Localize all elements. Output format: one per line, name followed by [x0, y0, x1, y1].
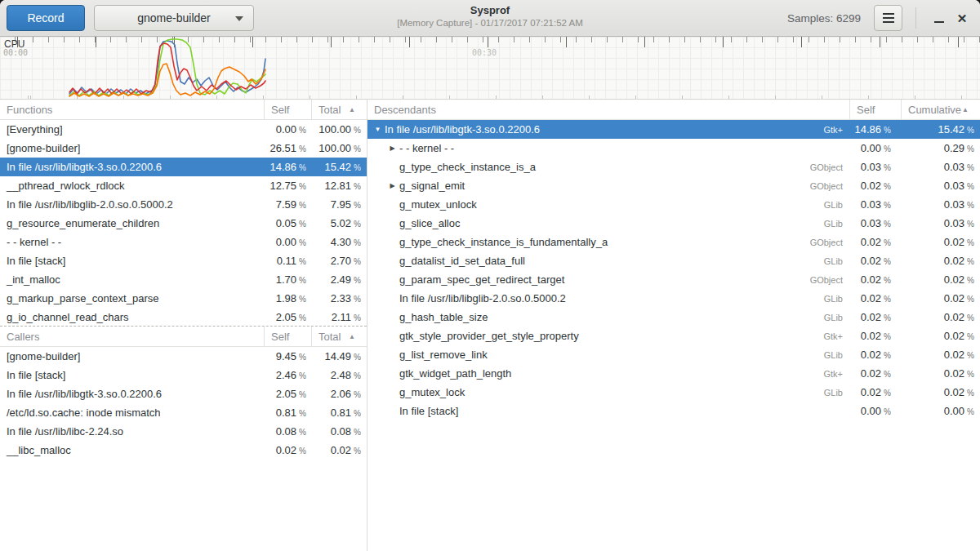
functions-self-column-header[interactable]: Self [264, 100, 311, 119]
callers-total-column-header[interactable]: Total ▲ [311, 327, 367, 346]
tree-row[interactable]: ▶ g_signal_emit GObject 0.02% 0.03% [368, 176, 980, 195]
tree-row[interactable]: g_mutex_unlock GLib 0.03% 0.03% [368, 195, 980, 214]
functions-table-header: Functions Self Total ▲ [0, 100, 367, 120]
tree-row[interactable]: gtk_widget_path_length Gtk+ 0.02% 0.02% [368, 364, 980, 383]
total-value: 2.48% [311, 369, 367, 381]
tree-row[interactable]: g_datalist_id_set_data_full GLib 0.02% 0… [368, 251, 980, 270]
tree-row[interactable]: g_type_check_instance_is_fundamentally_a… [368, 233, 980, 251]
descendant-name-cell: g_mutex_unlock GLib [368, 198, 849, 211]
sort-ascending-icon: ▲ [349, 333, 355, 340]
tree-row[interactable]: In file /usr/lib/libglib-2.0.so.0.5000.2… [368, 289, 980, 308]
library-category-badge: GObject [810, 162, 849, 172]
table-row[interactable]: - - kernel - - 0.00% 4.30% [0, 233, 367, 251]
table-row[interactable]: [gnome-builder] 26.51% 100.00% [0, 139, 367, 158]
cumulative-value: 0.02% [901, 255, 980, 267]
self-value: 1.70% [264, 273, 311, 286]
tree-row[interactable]: g_param_spec_get_redirect_target GObject… [368, 270, 980, 289]
descendant-name-cell: g_type_check_instance_is_fundamentally_a… [368, 236, 849, 248]
tree-row[interactable]: ▶ - - kernel - - 0.00% 0.29% [368, 139, 980, 158]
library-category-badge: GObject [810, 238, 849, 247]
self-value: 2.05% [264, 311, 311, 323]
descendant-name-cell: g_param_spec_get_redirect_target GObject [368, 273, 849, 286]
descendant-name: - - kernel - - [399, 142, 454, 154]
functions-total-column-header[interactable]: Total ▲ [311, 100, 367, 119]
table-row[interactable]: /etc/ld.so.cache: inode mismatch 0.81% 0… [0, 403, 367, 422]
expander-icon[interactable]: ▼ [371, 126, 385, 133]
left-pane-empty-area [0, 460, 367, 551]
table-row[interactable]: g_markup_parse_context_parse 1.98% 2.33% [0, 289, 367, 308]
tree-row[interactable]: In file [stack] 0.00% 0.00% [368, 402, 980, 420]
cumulative-value: 0.02% [901, 273, 980, 286]
tree-row[interactable]: ▼ In file /usr/lib/libgtk-3.so.0.2200.6 … [368, 120, 980, 139]
table-row[interactable]: g_io_channel_read_chars 2.05% 2.11% [0, 308, 367, 327]
table-row[interactable]: _int_malloc 1.70% 2.49% [0, 270, 367, 289]
table-row[interactable]: In file /usr/lib/libglib-2.0.so.0.5000.2… [0, 195, 367, 214]
cumulative-value: 0.29% [901, 142, 980, 154]
descendant-name-cell: ▶ - - kernel - - [368, 142, 849, 154]
table-row[interactable]: [Everything] 0.00% 100.00% [0, 120, 367, 139]
callers-table-header: Callers Self Total ▲ [0, 327, 367, 347]
cumulative-value: 0.02% [901, 236, 980, 248]
descendant-name: In file /usr/lib/libgtk-3.so.0.2200.6 [385, 123, 540, 136]
total-value: 0.81% [311, 407, 367, 419]
minimize-button[interactable] [928, 7, 951, 29]
self-value: 0.02% [849, 273, 901, 286]
sysprof-window: Record gnome-builder Sysprof [Memory Cap… [0, 0, 980, 551]
table-row[interactable]: __pthread_rwlock_rdlock 12.75% 12.81% [0, 176, 367, 195]
descendants-self-column-header[interactable]: Self [849, 100, 901, 119]
tree-row[interactable]: g_type_check_instance_is_a GObject 0.03%… [368, 158, 980, 176]
descendant-name: gtk_widget_path_length [399, 367, 511, 380]
descendant-name-cell: gtk_style_provider_get_style_property Gt… [368, 330, 849, 342]
tree-row[interactable]: g_hash_table_size GLib 0.02% 0.02% [368, 308, 980, 327]
tree-row[interactable]: g_list_remove_link GLib 0.02% 0.02% [368, 345, 980, 364]
pane-drag-handle[interactable] [0, 326, 367, 327]
descendant-name: g_param_spec_get_redirect_target [399, 273, 564, 286]
self-value: 0.02% [849, 367, 901, 380]
callers-self-column-header[interactable]: Self [264, 327, 311, 346]
table-row[interactable]: __libc_malloc 0.02% 0.02% [0, 441, 367, 460]
descendant-name-cell: g_slice_alloc GLib [368, 217, 849, 229]
total-value: 14.49% [311, 350, 367, 362]
expander-icon[interactable]: ▶ [385, 144, 399, 152]
table-row[interactable]: g_resource_enumerate_children 0.05% 5.02… [0, 214, 367, 233]
table-row[interactable]: [gnome-builder] 9.45% 14.49% [0, 347, 367, 366]
hamburger-menu-button[interactable] [874, 5, 902, 31]
record-button[interactable]: Record [7, 5, 85, 31]
caller-name: __libc_malloc [0, 444, 264, 456]
function-name: In file [stack] [0, 255, 264, 267]
table-row[interactable]: In file /usr/lib/libgtk-3.so.0.2200.6 2.… [0, 384, 367, 403]
headerbar-separator [915, 7, 916, 29]
descendant-name-cell: g_mutex_lock GLib [368, 386, 849, 398]
function-name: [Everything] [0, 123, 264, 136]
tree-row[interactable]: g_slice_alloc GLib 0.03% 0.03% [368, 214, 980, 233]
descendants-cumulative-column-header[interactable]: Cumulative ▲ [901, 100, 980, 119]
self-value: 2.46% [264, 369, 311, 381]
descendant-name: In file /usr/lib/libglib-2.0.so.0.5000.2 [399, 292, 566, 304]
callers-column-header[interactable]: Callers [0, 331, 264, 343]
cpu-timeline-graph[interactable]: CPU 00:00 00:30 [0, 37, 980, 100]
self-value: 0.00% [849, 142, 901, 154]
cumulative-header-label: Cumulative [908, 104, 961, 116]
descendant-name-cell: gtk_widget_path_length Gtk+ [368, 367, 849, 380]
library-category-badge: GLib [824, 350, 849, 360]
descendants-table-body: ▼ In file /usr/lib/libgtk-3.so.0.2200.6 … [368, 120, 980, 420]
self-value: 0.02% [849, 349, 901, 361]
self-value: 0.02% [849, 255, 901, 267]
expander-icon[interactable]: ▶ [385, 182, 399, 189]
tree-row[interactable]: gtk_style_provider_get_style_property Gt… [368, 327, 980, 345]
table-row[interactable]: In file /usr/lib/libgtk-3.so.0.2200.6 14… [0, 158, 367, 176]
table-row[interactable]: In file [stack] 2.46% 2.48% [0, 366, 367, 384]
cumulative-value: 15.42% [901, 123, 980, 136]
self-value: 9.45% [264, 350, 311, 362]
functions-column-header[interactable]: Functions [0, 104, 264, 116]
self-value: 0.02% [849, 330, 901, 342]
close-button[interactable]: ✕ [951, 7, 973, 29]
table-row[interactable]: In file /usr/lib/libc-2.24.so 0.08% 0.08… [0, 422, 367, 441]
process-selector-dropdown[interactable]: gnome-builder [94, 5, 254, 31]
descendants-column-header[interactable]: Descendants [368, 104, 849, 116]
table-row[interactable]: In file [stack] 0.11% 2.70% [0, 251, 367, 270]
cumulative-value: 0.02% [901, 386, 980, 398]
descendant-name: In file [stack] [399, 405, 458, 417]
self-value: 0.05% [264, 217, 311, 229]
tree-row[interactable]: g_mutex_lock GLib 0.02% 0.02% [368, 383, 980, 402]
